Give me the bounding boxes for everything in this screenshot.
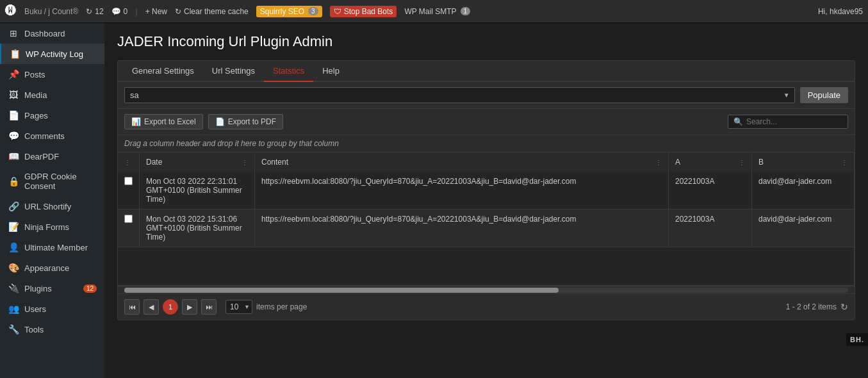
wpmail-button[interactable]: WP Mail SMTP 1: [404, 7, 470, 16]
col-a-header: A⋮: [669, 152, 752, 172]
next-page-button[interactable]: ▶: [182, 299, 197, 315]
excel-icon: 📊: [131, 117, 141, 126]
col-drag-checkbox[interactable]: ⋮: [124, 159, 131, 166]
tab-general[interactable]: General Settings: [123, 61, 203, 82]
sidebar-item-dearpdf[interactable]: 📖 DearPDF: [0, 146, 104, 167]
search-box: 🔍: [728, 115, 848, 129]
sidebar-item-plugins[interactable]: 🔌 Plugins 12: [0, 278, 104, 299]
sidebar-item-url-shortify[interactable]: 🔗 URL Shortify: [0, 196, 104, 217]
tab-url-settings[interactable]: Url Settings: [203, 61, 264, 82]
b-col-drag[interactable]: ⋮: [841, 159, 848, 166]
content-col-drag[interactable]: ⋮: [655, 159, 662, 166]
table-body: Mon Oct 03 2022 22:31:01 GMT+0100 (Briti…: [118, 172, 855, 286]
search-input[interactable]: [746, 117, 842, 126]
sidebar-item-dashboard[interactable]: ⊞ Dashboard: [0, 23, 104, 44]
stop-bad-bots-button[interactable]: 🛡 Stop Bad Bots: [330, 6, 397, 17]
comments-icon: 💬: [8, 131, 19, 141]
content-col-label: Content: [261, 158, 288, 167]
last-page-button[interactable]: ⏭: [201, 299, 217, 315]
refresh-icon: ↻: [86, 7, 92, 16]
updates-button[interactable]: ↻ 12: [86, 7, 103, 16]
export-row: 📊 Export to Excel 📄 Export to PDF 🔍: [118, 109, 855, 135]
comment-icon: 💬: [111, 7, 121, 16]
clear-cache-button[interactable]: ↻ Clear theme cache: [175, 7, 249, 16]
scrollbar-track: [124, 288, 848, 293]
activity-log-icon: 📋: [9, 49, 20, 59]
sidebar-label-media: Media: [24, 90, 47, 100]
comments-button[interactable]: 💬 0: [111, 7, 128, 16]
pdf-icon: 📄: [215, 117, 225, 126]
table-row: Mon Oct 03 2022 22:31:01 GMT+0100 (Briti…: [118, 172, 855, 210]
page-1-button[interactable]: 1: [163, 299, 178, 315]
refresh-icon-2: ↻: [175, 7, 181, 16]
horizontal-scrollbar[interactable]: [118, 286, 855, 293]
sidebar-item-media[interactable]: 🖼 Media: [0, 85, 104, 105]
appearance-icon: 🎨: [8, 263, 19, 273]
scrollbar-thumb: [124, 288, 559, 293]
wp-logo-icon[interactable]: 🅦: [5, 4, 17, 18]
plugin-box: General Settings Url Settings Statstics …: [117, 60, 855, 320]
tab-bar: General Settings Url Settings Statstics …: [118, 61, 855, 82]
table-row: Mon Oct 03 2022 15:31:06 GMT+0100 (Briti…: [118, 210, 855, 247]
sidebar-label-users: Users: [24, 304, 46, 314]
row-checkbox[interactable]: [124, 177, 133, 185]
filter-row: sa ▼ Populate: [118, 82, 855, 109]
sidebar-item-gdpr[interactable]: 🔒 GDPR Cookie Consent: [0, 167, 104, 196]
tab-statstics[interactable]: Statstics: [264, 61, 313, 82]
sidebar-label-ultimate-member: Ultimate Member: [24, 243, 88, 252]
sidebar-item-comments[interactable]: 💬 Comments: [0, 126, 104, 146]
sidebar: ⊞ Dashboard 📋 WP Activity Log 📌 Posts 🖼 …: [0, 23, 104, 378]
sidebar-item-users[interactable]: 👥 Users: [0, 299, 104, 319]
items-count-label: 1 - 2 of 2 items: [786, 302, 837, 311]
first-page-button[interactable]: ⏮: [124, 299, 140, 315]
sidebar-item-appearance[interactable]: 🎨 Appearance: [0, 258, 104, 278]
col-b-header: B⋮: [752, 152, 855, 172]
sidebar-item-activity-log[interactable]: 📋 WP Activity Log: [0, 44, 104, 64]
row-a-cell: 20221003A: [669, 172, 752, 210]
site-name[interactable]: Buku / j Count®: [24, 7, 78, 16]
top-bar: 🅦 Buku / j Count® ↻ 12 💬 0 | + New ↻ Cle…: [0, 0, 868, 23]
sidebar-label-gdpr: GDPR Cookie Consent: [24, 172, 97, 191]
posts-icon: 📌: [8, 69, 19, 79]
refresh-button[interactable]: ↻: [840, 302, 848, 312]
export-pdf-button[interactable]: 📄 Export to PDF: [208, 114, 283, 129]
a-col-label: A: [675, 158, 680, 167]
separator: |: [135, 6, 137, 16]
data-table: ⋮ Date⋮ Content⋮ A⋮: [118, 152, 855, 286]
tools-icon: 🔧: [8, 324, 19, 334]
pagination-row: ⏮ ◀ 1 ▶ ⏭ 10 25 50 ▼ items per page 1 - …: [118, 293, 855, 320]
shield-icon: 🛡: [334, 7, 341, 16]
populate-button[interactable]: Populate: [800, 87, 848, 103]
a-col-drag[interactable]: ⋮: [739, 159, 745, 166]
row-checkbox-cell: [118, 210, 140, 247]
sidebar-label-comments: Comments: [24, 131, 65, 141]
row-checkbox[interactable]: [124, 215, 133, 223]
new-button[interactable]: + New: [145, 7, 167, 16]
export-excel-button[interactable]: 📊 Export to Excel: [124, 114, 203, 129]
sidebar-label-pages: Pages: [24, 111, 48, 120]
date-col-drag[interactable]: ⋮: [242, 159, 248, 166]
row-content-cell: https://reebvm.local:8080/?jiu_QueryId=8…: [255, 210, 669, 247]
items-per-page-label: items per page: [256, 302, 307, 311]
page-size-select[interactable]: 10 25 50: [225, 300, 252, 314]
sidebar-item-tools[interactable]: 🔧 Tools: [0, 319, 104, 340]
gdpr-icon: 🔒: [8, 176, 19, 186]
row-date-cell: Mon Oct 03 2022 15:31:06 GMT+0100 (Briti…: [140, 210, 255, 247]
squirrly-button[interactable]: Squirrly SEO 3: [256, 6, 322, 17]
sidebar-label-plugins: Plugins: [24, 284, 52, 293]
sidebar-item-ninja-forms[interactable]: 📝 Ninja Forms: [0, 217, 104, 237]
sidebar-label-dashboard: Dashboard: [24, 29, 65, 38]
tab-help[interactable]: Help: [313, 61, 348, 82]
col-content-header: Content⋮: [255, 152, 669, 172]
row-content-cell: https://reebvm.local:8080/?jiu_QueryId=8…: [255, 172, 669, 210]
sidebar-item-ultimate-member[interactable]: 👤 Ultimate Member: [0, 237, 104, 258]
col-checkbox-header: ⋮: [118, 152, 140, 172]
sidebar-item-pages[interactable]: 📄 Pages: [0, 105, 104, 126]
content-area: JADER Incoming Url Plugin Admin General …: [104, 23, 868, 378]
sidebar-item-posts[interactable]: 📌 Posts: [0, 64, 104, 85]
prev-page-button[interactable]: ◀: [143, 299, 159, 315]
sidebar-label-url-shortify: URL Shortify: [24, 202, 71, 211]
plugins-badge: 12: [83, 284, 97, 293]
filter-select[interactable]: sa: [124, 87, 795, 103]
search-icon: 🔍: [733, 117, 743, 126]
